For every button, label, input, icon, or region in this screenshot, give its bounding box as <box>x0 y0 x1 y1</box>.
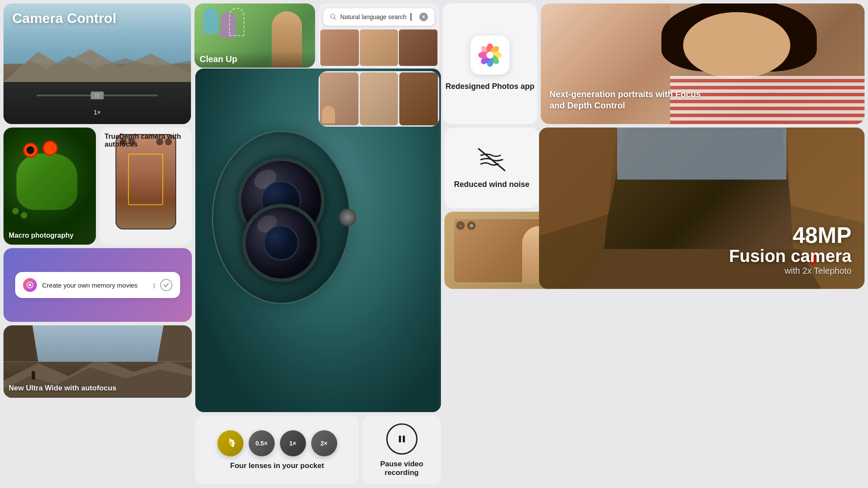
photo-grid-tile <box>319 71 439 127</box>
search-query: Natural language search <box>340 13 407 20</box>
svg-point-28 <box>229 442 232 445</box>
photos-app-title: Redesigned Photos app <box>445 82 534 92</box>
macro-zoom-button[interactable] <box>217 430 243 456</box>
clear-search-button[interactable]: × <box>419 13 428 21</box>
svg-rect-30 <box>403 436 405 442</box>
search-icon <box>330 13 337 20</box>
macro-title: Macro photography <box>9 232 73 239</box>
photos-app-icon <box>470 36 510 75</box>
natural-language-search-bar[interactable]: Natural language search × <box>323 8 435 26</box>
svg-point-14 <box>29 284 31 286</box>
fusion-subtitle: with 2x Telephoto <box>729 266 852 276</box>
one-zoom-button[interactable]: 1× <box>280 430 306 456</box>
half-zoom-button[interactable]: 0.5× <box>249 430 275 456</box>
pause-video-button[interactable] <box>386 423 418 455</box>
ultra-wide-title: New Ultra Wide with autofocus <box>9 384 116 393</box>
apple-intelligence-icon <box>23 278 37 292</box>
svg-rect-29 <box>399 436 401 442</box>
macro-tile: Macro photography <box>3 128 96 245</box>
svg-point-12 <box>487 52 493 59</box>
pause-video-tile: Pause video recording <box>362 416 441 485</box>
svg-rect-22 <box>617 128 786 180</box>
camera-control-tile: 1× Camera Control <box>3 3 191 124</box>
clean-up-tile: Clean Up <box>194 3 315 68</box>
photos-app-tile: Redesigned Photos app <box>443 3 537 124</box>
fusion-48mp-tile: 48MP Fusion camera with 2x Telephoto <box>539 128 865 289</box>
wind-noise-tile: Reduced wind noise <box>444 128 539 208</box>
svg-marker-20 <box>539 128 626 236</box>
fusion-48mp-title: 48MP <box>729 224 852 246</box>
pause-video-title: Pause video recording <box>369 460 434 477</box>
fusion-title-2: Fusion camera <box>729 246 852 266</box>
search-tile: Natural language search × <box>319 3 439 68</box>
truedepth-title: TrueDepth camera with autofocus <box>105 133 187 148</box>
wind-noise-icon <box>477 147 507 177</box>
truedepth-tile: ⚙ TrueDepth camera with autofocus <box>99 128 192 245</box>
zoom-level: 1× <box>94 109 101 116</box>
camera-control-title: Camera Control <box>12 10 116 26</box>
four-lenses-tile: 0.5× 1× 2× Four lenses in your pocket <box>195 416 359 485</box>
portraits-title: Next-generation portraits with Focus and… <box>549 88 701 111</box>
clean-up-title: Clean Up <box>200 54 310 64</box>
cursor-blink: | <box>154 282 155 288</box>
photos-icon-graphic <box>477 42 503 68</box>
checkmark-icon <box>163 282 169 288</box>
half-zoom-label: 0.5× <box>256 440 268 447</box>
memory-movies-input[interactable]: Create your own memory movies | <box>15 272 180 298</box>
portraits-tile: Next-generation portraits with Focus and… <box>541 3 865 124</box>
wind-noise-title: Reduced wind noise <box>454 180 529 189</box>
confirm-button[interactable] <box>160 279 172 291</box>
pause-icon <box>397 434 407 444</box>
one-zoom-label: 1× <box>289 440 296 447</box>
ultra-wide-tile: New Ultra Wide with autofocus <box>3 325 192 398</box>
page: 1× Camera Control Clean Up <box>0 0 868 488</box>
four-lenses-title: Four lenses in your pocket <box>230 462 324 470</box>
memory-movies-prompt: Create your own memory movies <box>42 282 148 289</box>
memory-movies-tile: Create your own memory movies | <box>3 248 192 322</box>
two-zoom-label: 2× <box>321 440 328 447</box>
svg-line-3 <box>335 18 336 20</box>
two-zoom-button[interactable]: 2× <box>311 430 337 456</box>
zoom-buttons: 0.5× 1× 2× <box>217 430 337 456</box>
reduced-wind-icon <box>477 147 507 173</box>
